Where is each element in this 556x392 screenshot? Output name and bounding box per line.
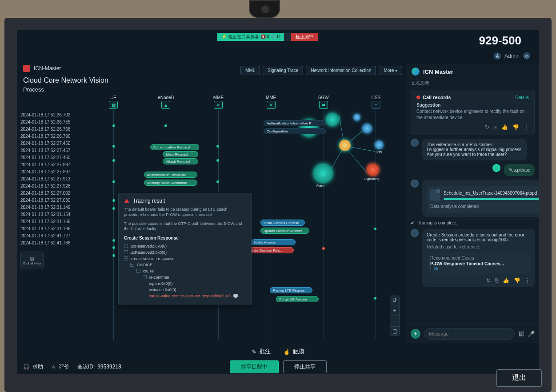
msg-auth-resp[interactable]: Authentication Response [144,172,197,178]
card-actions: ↻ ⎘ 👍 👎 ⋮ [416,124,529,130]
mic-icon[interactable]: 🎤 [528,331,535,337]
msg-sec-mode[interactable]: Security Mode Command [144,180,197,186]
rec-title: P-GW Response Timeout Causes... [430,261,527,266]
ue-icon: ▦ [109,101,118,109]
msg-init-ctx[interactable]: Initial Context Release [260,220,305,226]
more-button[interactable]: More [379,66,402,75]
admin-label: Admin [504,53,520,59]
mml-button[interactable]: MML [240,66,260,75]
user-icon: A [494,52,501,60]
msg-auth-req[interactable]: Authentication Request [150,144,199,150]
msg-update-loc[interactable]: Update Location Answer [260,228,309,234]
error-summary: Create Session procedure times out and t… [427,232,530,242]
pen-icon: ✎ [252,348,256,355]
collapse-icon[interactable] [136,269,140,273]
details-link[interactable]: Details [515,95,529,100]
thumbs-up-icon[interactable]: 👍 [501,124,508,130]
rec-link[interactable]: Link [430,266,527,271]
recommended-cases-box: Recommended Cases P-GW Response Timeout … [427,252,530,274]
copy-icon[interactable]: ⎘ [495,277,498,284]
add-button[interactable]: ＋ [411,329,420,339]
exit-button[interactable]: 退出 [496,369,542,387]
admin-area[interactable]: A Admin ⚙ [494,52,530,60]
timestamp: 2024-01-18 17:52:26.790 [20,134,87,139]
help-button[interactable]: 🎧 求助 [23,363,43,371]
thumbs-down-icon[interactable]: 👎 [514,277,520,284]
refresh-icon[interactable]: ↻ [486,277,491,284]
topology-cluster[interactable]: Alarm Signalling KPI [296,115,398,195]
image-icon[interactable]: 🖼 [518,331,524,337]
lane-mme1: MME✕ [192,95,244,110]
annotate-button[interactable]: ✎ 批注 [252,348,271,356]
timestamp: 2024-01-18 17:52:31.166 [20,220,87,224]
move-up-button[interactable]: ⇵ [390,296,399,305]
msg-auth-info[interactable]: Authentication Information R... [264,120,326,126]
globe-icon[interactable]: ⚙ [523,52,530,60]
sharing-button[interactable]: 共享提醒中 [230,360,279,373]
collapse-icon[interactable] [143,275,147,279]
panel-title-row: Tracing result [124,198,246,204]
rate-button[interactable]: ☆ 评价 [51,363,69,371]
related-case-label: Related case for reference: [427,244,530,250]
top-buttons: MML Signaling Trace Network Information … [240,66,402,75]
annotation-toolbar: ✎ 批注 ☝ 触摸 [17,345,539,358]
hand-icon: ☝ [283,348,290,355]
timestamp: 2024-01-18 17:52:27.897 [20,170,87,174]
chat-header: ICN Master [406,64,539,79]
warning-icon [124,199,129,203]
zoom-out-button[interactable]: － [390,316,399,327]
collapse-icon[interactable] [124,256,128,260]
fit-button[interactable]: ▢ [390,327,399,336]
msg-ident-req[interactable]: Ident Request [163,151,198,157]
checkbox-icon[interactable] [124,244,128,248]
msg-paging[interactable]: Paging LTE Request [270,287,312,293]
shield-icon [233,294,238,299]
network-info-collection-button[interactable]: Network Information Collection [306,66,376,75]
lane-hss: HSS≡ [350,95,402,110]
lane-mme2: MME✕ [245,95,297,110]
assistant-message-2: Create Session procedure times out and t… [411,229,535,287]
global-view-label: Global view [23,262,41,265]
monitor-frame: 929-500 ⚡ 检正在共享屏幕 🔇 0 📎 0 检正测中 A Admin ⚙… [4,18,552,392]
global-view-button[interactable]: ⊕ Global view [20,252,44,269]
response-tree[interactable]: ucReserved2:0x0(0) ucReserved2:0x0(0) cr… [124,243,246,300]
copy-icon[interactable]: ⎘ [494,124,497,130]
timestamp: 2024-01-18 17:52:31.149 [20,205,87,210]
msg-attach-req[interactable]: Attach Request [163,158,198,164]
hss-icon: ≡ [372,101,380,109]
rec-heading: Recommended Cases [430,255,527,261]
thumbs-down-icon[interactable]: 👎 [512,124,519,130]
camera-bezel [249,0,280,18]
panel-section: Create Session Response [124,236,246,240]
mme-icon: ✕ [214,101,223,109]
msg-purge-ue[interactable]: Purge UE Answer [276,296,319,302]
screen: 929-500 ⚡ 检正在共享屏幕 🔇 0 📎 0 检正测中 A Admin ⚙… [17,30,539,374]
timestamp: 2024-01-18 17:52:27.030 [20,198,87,203]
msg-config[interactable]: Configuration [264,128,326,134]
timestamp: 2024-01-18 17:52:31.154 [20,212,87,217]
zoom-in-button[interactable]: ＋ [390,305,399,316]
checkbox-icon[interactable] [124,250,128,254]
timestamp: 2024-01-18 17:52:27.928 [20,184,87,188]
touch-button[interactable]: ☝ 触摸 [283,348,304,356]
sequence-diagram[interactable]: UE▦ eNodeB▲ MME✕ MME✕ SGW⇄ HSS≡ [87,95,402,340]
msg-notify[interactable]: Notify Answer [251,239,296,245]
stop-sharing-button[interactable]: 停止共享 [283,360,327,373]
panel-desc-1: The default bearer fails to be created d… [124,207,246,217]
more-icon[interactable]: ⋮ [524,124,529,130]
refresh-icon[interactable]: ↻ [485,124,489,130]
thumbs-up-icon[interactable]: 👍 [503,277,509,284]
file-attachment[interactable]: Schedule_Ins_UserTrace-140943097064.ptap… [427,186,539,213]
msg-create-session[interactable]: Create Session Resp... [245,247,294,253]
assistant-logo-icon [412,68,420,76]
timestamp: 2024-01-18 17:52:27.460 [20,156,87,160]
enodeb-icon: ▲ [161,101,170,109]
collapse-icon[interactable] [130,263,134,267]
assistant-avatar-icon [411,229,419,237]
lane-ue: UE▦ [87,95,140,110]
room-code: 929-500 [479,34,521,48]
more-icon[interactable]: ⋮ [525,277,530,284]
signaling-trace-button[interactable]: Signaling Trace [263,66,303,75]
message-input[interactable] [424,328,515,340]
file-message: Schedule_Ins_UserTrace-140943097064.ptap… [411,180,535,217]
